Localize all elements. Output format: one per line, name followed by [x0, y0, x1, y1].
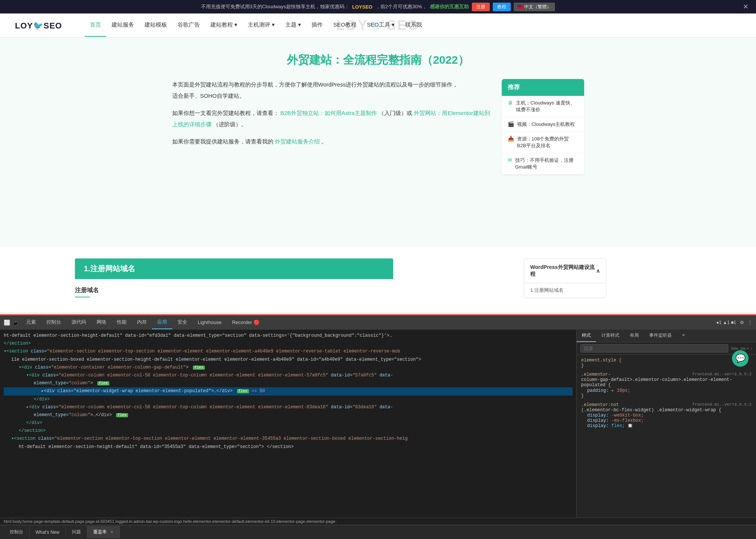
devtools: ⬜ 📱 元素 控制台 源代码 网络 性能 内存 应用 安全 Lighthouse… [0, 314, 756, 539]
dom-line: ▾<section class="elementor-section eleme… [4, 348, 573, 355]
css-rule-elementor1: .elementor- frontend.mi..ver=3.5.5:2 col… [581, 372, 752, 399]
logo[interactable]: LOY🐦SEO [15, 19, 62, 31]
resource-icon: 📥 [508, 136, 514, 142]
section1-header: 1.注册网站域名 [75, 258, 393, 279]
nav-item-theme[interactable]: 主题 ▾ [280, 14, 306, 37]
styles-tab-layout[interactable]: 布局 [625, 330, 644, 342]
sidebar-header: 推荐 [502, 79, 584, 96]
dom-line: element_type="column"> flex [4, 379, 573, 387]
dom-line: </section> [4, 340, 573, 348]
devtools-body: ht-default elementor-section-height-defa… [0, 330, 756, 518]
bottom-tab-console[interactable]: 控制台 [4, 526, 30, 538]
nav-item-service[interactable]: 建站服务 [106, 14, 139, 37]
sidebar-item-hosting[interactable]: 🖥 主机：Cloudways 速度快、续费不涨价 [502, 96, 584, 117]
devtools-tab-network[interactable]: 网络 [91, 316, 112, 329]
toc-collapse-icon[interactable]: ∧ [596, 268, 600, 274]
devtools-statusbar: html body.home.page-template-default.pag… [0, 518, 756, 525]
sidebar-item-resource[interactable]: 📥 资源：108个免费的外贸B2B平台及排名 [502, 132, 584, 153]
styles-tab-more[interactable]: » [677, 330, 690, 342]
tip-icon: ✉ [508, 157, 512, 163]
styles-filter-input[interactable] [580, 344, 728, 352]
sidebar-item-tip[interactable]: ✉ 技巧：不用手机验证，注册Gmail账号 [502, 153, 584, 175]
nav-item-plugins[interactable]: 插件 [306, 14, 328, 37]
dom-line-selected[interactable]: ▸<div class="elementor-widget-wrap eleme… [4, 387, 573, 395]
video-icon: 🎬 [508, 121, 514, 127]
banner-register-button[interactable]: 注册 [472, 3, 490, 11]
styles-tab-styles[interactable]: 样式 [577, 330, 596, 342]
section1-wrapper: 1.注册网站域名 注册域名 WordPress外贸网站建设流程 ∧ 1 注册网站… [0, 247, 756, 312]
dom-line: </div> [4, 396, 573, 403]
computer-icon: 🖥 [508, 100, 513, 106]
dom-line: ▾<section class="elementor-section eleme… [4, 435, 573, 443]
section1-content: 注册域名 [75, 279, 588, 305]
article-text: 本页面是外贸建站流程与教程的分步导航，方便你了解使用WordPress进行外贸建… [172, 79, 491, 175]
dom-line: ▾<div class="elementor-container element… [4, 364, 573, 372]
styles-tab-events[interactable]: 事件监听器 [644, 330, 677, 342]
browser-bottom-tabs: 控制台 What's New 问题 覆盖率 ✕ [0, 525, 756, 539]
devtools-more-icon[interactable]: ⋮ [748, 320, 752, 325]
css-rule-element: element.style { } [581, 358, 752, 368]
dom-line: ht-default elementor-section-height-defa… [4, 443, 573, 451]
section1-left: 1.注册网站域名 注册域名 [75, 258, 588, 305]
bottom-tab-coverage[interactable]: 覆盖率 ✕ [87, 526, 120, 538]
chat-bubble[interactable]: 💬 [732, 350, 749, 367]
nav-item-contact[interactable]: 联系我 [400, 14, 427, 37]
devtools-tab-lighthouse[interactable]: Lighthouse [192, 317, 227, 329]
para2-link1[interactable]: B2B外贸独立站：如何用Astra主题制作 [280, 110, 377, 116]
nav-item-home[interactable]: 首页 [85, 14, 106, 37]
sidebar-box: 推荐 🖥 主机：Cloudways 速度快、续费不涨价 🎬 视频：Cloudwa… [502, 79, 584, 175]
banner-tutorial-button[interactable]: 教程 [493, 3, 511, 11]
devtools-tab-recorder[interactable]: Recorder 🔴 [227, 317, 265, 329]
sidebar-item-tip-text: 技巧：不用手机验证，注册Gmail账号 [515, 157, 578, 170]
filter-bar: :hov .cls + ↑ [577, 342, 756, 355]
devtools-tab-elements[interactable]: 元素 [21, 316, 41, 329]
bottom-tab-whats-new[interactable]: What's New [30, 527, 66, 538]
dom-line: ht-default elementor-section-height-defa… [4, 332, 573, 340]
nav-item-ads[interactable]: 谷歌广告 [172, 14, 205, 37]
devtools-device-icon[interactable]: 📱 [12, 320, 19, 325]
banner-close-button[interactable]: ✕ [743, 3, 749, 11]
nav-menu: 首页 建站服务 建站模板 谷歌广告 建站教程 ▾ 主机测评 ▾ 主题 ▾ 插件 … [85, 14, 427, 37]
banner-text1: 不用充值便可免费试用3天的Cloudways超快独享主机，独家优惠码： [201, 3, 349, 10]
nav-item-hosting[interactable]: 主机测评 ▾ [243, 14, 280, 37]
sidebar-item-hosting-text: 主机：Cloudways 速度快、续费不涨价 [516, 100, 578, 113]
toc-box: WordPress外贸网站建设流程 ∧ 1 注册网站域名 [524, 258, 606, 298]
nav-item-tutorial[interactable]: 建站教程 ▾ [205, 14, 243, 37]
para3-link[interactable]: 外贸建站服务介绍 [275, 138, 320, 145]
dom-line: </div> [4, 419, 573, 427]
banner-language-button[interactable]: 🇹🇼 中文（繁體） [514, 3, 555, 11]
devtools-settings-icon[interactable]: ⚙ [740, 320, 744, 325]
page-title: 外贸建站：全流程完整指南（2022） [287, 52, 469, 68]
banner-text2: ，前2个月可优惠30%， [376, 3, 427, 10]
main-content: 外贸建站：全流程完整指南（2022） 本页面是外贸建站流程与教程的分步导航，方便… [0, 37, 756, 247]
top-banner: 不用充值便可免费试用3天的Cloudways超快独享主机，独家优惠码： LOYS… [0, 0, 756, 13]
devtools-inspect-icon[interactable]: ⬜ [4, 320, 10, 325]
para2: 如果你想一文看完外贸建站教程，请查看： B2B外贸独立站：如何用Astra主题制… [172, 108, 491, 130]
toc-item[interactable]: 1 注册网站域名 [524, 283, 606, 298]
sidebar-item-video-text: 视频：Cloudways主机教程 [517, 121, 575, 128]
devtools-tab-console[interactable]: 控制台 [41, 316, 66, 329]
devtools-tab-security[interactable]: 安全 [172, 316, 192, 329]
content-body: 本页面是外贸建站流程与教程的分步导航，方便你了解使用WordPress进行外贸建… [172, 79, 584, 175]
devtools-tab-sources[interactable]: 源代码 [66, 316, 91, 329]
devtools-tab-memory[interactable]: 内存 [132, 316, 152, 329]
styles-content[interactable]: element.style { } .elementor- frontend.m… [577, 355, 756, 518]
bottom-tab-issues[interactable]: 问题 [66, 526, 87, 538]
banner-code: LOYSEO [352, 4, 373, 10]
sidebar-item-video[interactable]: 🎬 视频：Cloudways主机教程 [502, 117, 584, 132]
banner-thanks: 感谢你的互惠互助 [430, 3, 469, 10]
toc-header[interactable]: WordPress外贸网站建设流程 ∧ [524, 259, 606, 283]
dom-line: ile elementor-section-boxed elementor-se… [4, 356, 573, 364]
nav-item-seo-tutorial[interactable]: SEO教程 [328, 14, 362, 37]
nav-item-template[interactable]: 建站模板 [139, 14, 172, 37]
main-wrapper: 外贸建站：全流程完整指南（2022） 本页面是外贸建站流程与教程的分步导航，方便… [0, 37, 756, 312]
devtools-tab-performance[interactable]: 性能 [112, 316, 132, 329]
dom-panel[interactable]: ht-default elementor-section-height-defa… [0, 330, 576, 518]
para1: 本页面是外贸建站流程与教程的分步导航，方便你了解使用WordPress进行外贸建… [172, 79, 491, 102]
nav-item-seo-tools[interactable]: SEO工具 ▾ [362, 14, 400, 37]
devtools-tab-application[interactable]: 应用 [152, 316, 172, 329]
styles-tab-computed[interactable]: 计算样式 [596, 330, 625, 342]
coverage-tab-close[interactable]: ✕ [110, 530, 113, 534]
dom-line: ▸<div class="elementor-column elementor-… [4, 403, 573, 411]
styles-panel: 样式 计算样式 布局 事件监听器 » :hov .cls + ↑ element… [576, 330, 756, 518]
